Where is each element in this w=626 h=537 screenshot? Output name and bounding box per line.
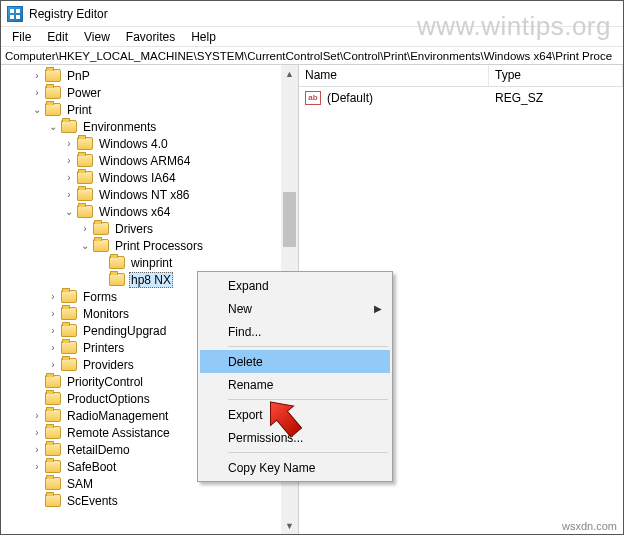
tree-item-label: Monitors [81, 306, 131, 322]
tree-item-label: Forms [81, 289, 119, 305]
chevron-right-icon[interactable]: › [31, 442, 43, 458]
submenu-arrow-icon: ▶ [374, 303, 382, 314]
ctx-separator [228, 346, 388, 347]
ctx-separator [228, 452, 388, 453]
tree-item[interactable]: ›Drivers [1, 220, 281, 237]
chevron-down-icon[interactable]: ⌄ [79, 238, 91, 254]
tree-item[interactable]: ›Power [1, 84, 281, 101]
tree-item-label: PriorityControl [65, 374, 145, 390]
folder-icon [45, 460, 61, 473]
folder-icon [77, 188, 93, 201]
tree-item[interactable]: ›Windows ARM64 [1, 152, 281, 169]
chevron-down-icon[interactable]: ⌄ [47, 119, 59, 135]
folder-icon [61, 324, 77, 337]
ctx-separator [228, 399, 388, 400]
tree-item-label: Windows 4.0 [97, 136, 170, 152]
chevron-down-icon[interactable]: ⌄ [63, 204, 75, 220]
tree-item[interactable]: ›Windows 4.0 [1, 135, 281, 152]
tree-item-label: PendingUpgrad [81, 323, 168, 339]
ctx-delete[interactable]: Delete [200, 350, 390, 373]
tree-item-label: Remote Assistance [65, 425, 172, 441]
tree-item-label: PnP [65, 68, 92, 84]
ctx-copy-key-name[interactable]: Copy Key Name [200, 456, 390, 479]
menu-edit[interactable]: Edit [40, 29, 75, 45]
menu-help[interactable]: Help [184, 29, 223, 45]
chevron-right-icon[interactable]: › [63, 136, 75, 152]
chevron-right-icon[interactable]: › [63, 153, 75, 169]
context-menu: Expand New ▶ Find... Delete Rename Expor… [197, 271, 393, 482]
tree-item-label: RetailDemo [65, 442, 132, 458]
value-type: REG_SZ [495, 91, 543, 105]
folder-icon [77, 171, 93, 184]
tree-item-label: Print [65, 102, 94, 118]
chevron-right-icon[interactable]: › [47, 357, 59, 373]
tree-item[interactable]: ›winprint [1, 254, 281, 271]
app-icon [7, 6, 23, 22]
menubar: File Edit View Favorites Help [1, 27, 623, 47]
folder-icon [77, 137, 93, 150]
menu-view[interactable]: View [77, 29, 117, 45]
scroll-up-icon[interactable]: ▲ [281, 65, 298, 82]
tree-item-label: ProductOptions [65, 391, 152, 407]
chevron-right-icon[interactable]: › [31, 408, 43, 424]
tree-item-label: Windows IA64 [97, 170, 178, 186]
tree-item[interactable]: ›Windows IA64 [1, 169, 281, 186]
folder-icon [61, 307, 77, 320]
folder-icon [77, 205, 93, 218]
menu-favorites[interactable]: Favorites [119, 29, 182, 45]
chevron-right-icon[interactable]: › [47, 306, 59, 322]
tree-item-label: Print Processors [113, 238, 205, 254]
folder-icon [61, 120, 77, 133]
tree-item[interactable]: ›ScEvents [1, 492, 281, 509]
chevron-right-icon[interactable]: › [31, 68, 43, 84]
folder-icon [45, 103, 61, 116]
folder-icon [45, 392, 61, 405]
ctx-find[interactable]: Find... [200, 320, 390, 343]
tree-item-label: Windows ARM64 [97, 153, 192, 169]
chevron-right-icon[interactable]: › [63, 187, 75, 203]
folder-icon [93, 239, 109, 252]
tree-item[interactable]: ⌄Environments [1, 118, 281, 135]
window-title: Registry Editor [29, 7, 108, 21]
folder-icon [109, 256, 125, 269]
tree-item[interactable]: ⌄Print Processors [1, 237, 281, 254]
folder-icon [93, 222, 109, 235]
chevron-right-icon[interactable]: › [47, 323, 59, 339]
tree-item-label: Providers [81, 357, 136, 373]
folder-icon [109, 273, 125, 286]
folder-icon [45, 494, 61, 507]
ctx-rename[interactable]: Rename [200, 373, 390, 396]
tree-item[interactable]: ⌄Windows x64 [1, 203, 281, 220]
scroll-thumb[interactable] [283, 192, 296, 247]
tree-item-label: ScEvents [65, 493, 120, 509]
scroll-down-icon[interactable]: ▼ [281, 517, 298, 534]
menu-file[interactable]: File [5, 29, 38, 45]
tree-item-label: Power [65, 85, 103, 101]
folder-icon [45, 409, 61, 422]
column-name[interactable]: Name [299, 65, 489, 86]
folder-icon [61, 341, 77, 354]
chevron-right-icon[interactable]: › [79, 221, 91, 237]
chevron-right-icon[interactable]: › [47, 289, 59, 305]
list-header[interactable]: Name Type [299, 65, 623, 87]
chevron-right-icon[interactable]: › [31, 459, 43, 475]
chevron-right-icon[interactable]: › [47, 340, 59, 356]
folder-icon [45, 69, 61, 82]
folder-icon [61, 358, 77, 371]
tree-item[interactable]: ›Windows NT x86 [1, 186, 281, 203]
ctx-expand[interactable]: Expand [200, 274, 390, 297]
ctx-new[interactable]: New ▶ [200, 297, 390, 320]
list-item[interactable]: ab (Default) REG_SZ [299, 89, 623, 106]
chevron-down-icon[interactable]: ⌄ [31, 102, 43, 118]
tree-item-label: Environments [81, 119, 158, 135]
folder-icon [77, 154, 93, 167]
tree-item-label: Printers [81, 340, 126, 356]
tree-item-label: Windows x64 [97, 204, 172, 220]
column-type[interactable]: Type [489, 65, 623, 86]
chevron-right-icon[interactable]: › [31, 85, 43, 101]
tree-item[interactable]: ⌄Print [1, 101, 281, 118]
tree-item[interactable]: ›PnP [1, 67, 281, 84]
chevron-right-icon[interactable]: › [31, 425, 43, 441]
chevron-right-icon[interactable]: › [63, 170, 75, 186]
address-bar[interactable]: Computer\HKEY_LOCAL_MACHINE\SYSTEM\Curre… [1, 47, 623, 65]
